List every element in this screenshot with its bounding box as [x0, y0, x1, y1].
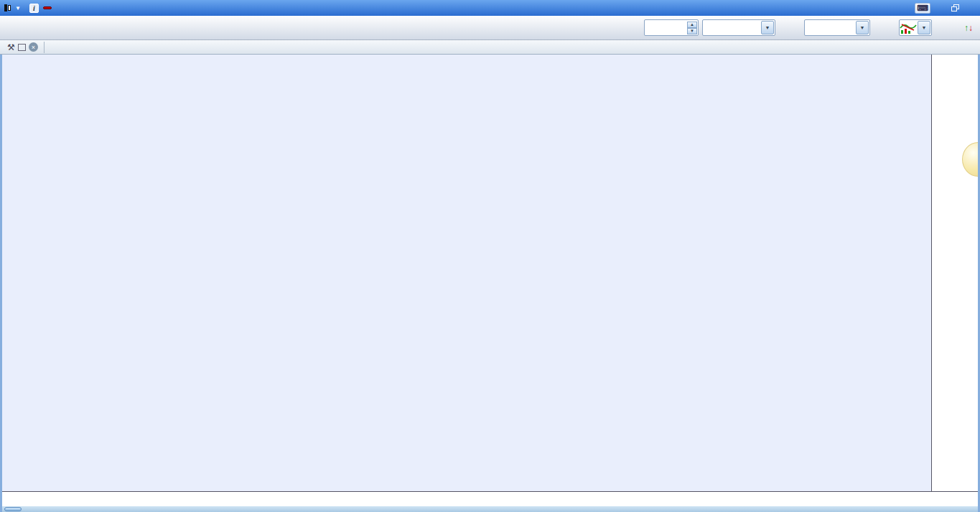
- close-panel-icon[interactable]: ×: [29, 42, 38, 52]
- chevron-down-icon[interactable]: ▼: [856, 21, 869, 34]
- keyboard-icon[interactable]: ⌨: [915, 3, 930, 14]
- time-axis[interactable]: [0, 491, 980, 506]
- price-axis[interactable]: [931, 55, 978, 491]
- periods-stepper[interactable]: ▲▼: [644, 19, 699, 36]
- restore-button[interactable]: [951, 4, 959, 11]
- price-panel-header: ⚒ ×: [0, 40, 980, 55]
- instrument-icon: [4, 4, 11, 11]
- title-bar: ▼ i ⌨: [0, 0, 980, 16]
- window-border-left: [0, 16, 2, 512]
- chevron-down-icon[interactable]: ▼: [15, 5, 21, 11]
- price-badge: [43, 6, 52, 9]
- settings-wrench-icon[interactable]: ⚒: [7, 42, 15, 52]
- price-chart[interactable]: [0, 55, 931, 491]
- horizontal-scrollbar[interactable]: [0, 506, 980, 512]
- data-provider-note: [4, 477, 9, 485]
- chart-style-icon: [900, 22, 917, 34]
- chart-style-button[interactable]: ▼: [899, 19, 932, 36]
- units-select[interactable]: ▼: [702, 19, 775, 36]
- refresh-button[interactable]: ↑↓: [961, 19, 976, 36]
- info-icon[interactable]: i: [29, 4, 39, 13]
- timeframe-select[interactable]: ▼: [804, 19, 870, 36]
- close-button[interactable]: [963, 3, 976, 14]
- spinner-arrows-icon[interactable]: ▲▼: [687, 22, 697, 34]
- minimize-button[interactable]: [935, 3, 947, 14]
- chevron-down-icon[interactable]: ▼: [918, 21, 930, 34]
- price-chart-canvas[interactable]: [0, 55, 931, 491]
- popout-window-icon[interactable]: [18, 44, 26, 51]
- chevron-down-icon[interactable]: ▼: [761, 21, 774, 34]
- scrollbar-thumb[interactable]: [4, 507, 22, 511]
- drawing-toolbar: ▲▼ ▼ ▼ ▼ ↑↓: [0, 16, 980, 40]
